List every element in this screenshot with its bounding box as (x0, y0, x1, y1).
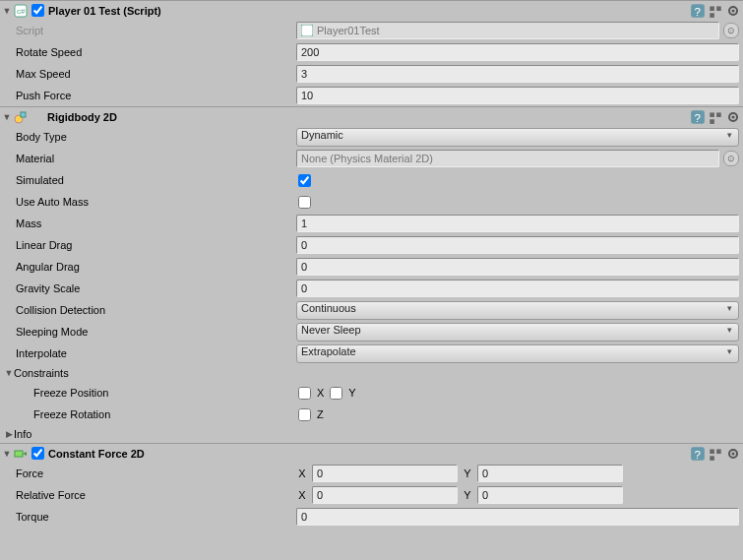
field-label: Script (16, 25, 296, 36)
svg-rect-23 (716, 449, 721, 454)
field-label: Use Auto Mass (16, 196, 296, 208)
constraints-foldout[interactable]: ▼Constraints (0, 364, 743, 382)
axis-label: Y (462, 489, 473, 501)
constant-force-2d-component: ▼ Constant Force 2D ? ForceXY Relative F… (0, 443, 743, 528)
gravity-input[interactable] (296, 280, 739, 297)
mass-input[interactable] (296, 215, 739, 232)
interpolate-select[interactable]: Extrapolate (296, 344, 739, 363)
freeze-y-checkbox[interactable] (330, 387, 342, 400)
collision-select[interactable]: Continuous (296, 301, 739, 320)
svg-rect-11 (21, 112, 26, 117)
help-icon[interactable]: ? (690, 3, 706, 19)
material-field[interactable]: None (Physics Material 2D) (296, 150, 719, 167)
linear-drag-input[interactable] (296, 236, 739, 254)
gear-icon[interactable] (725, 109, 741, 125)
constant-force-icon (14, 447, 28, 461)
field-label: Interpolate (16, 347, 296, 359)
svg-rect-5 (716, 6, 721, 11)
auto-mass-checkbox[interactable] (298, 196, 311, 209)
field-label: Push Force (16, 90, 296, 101)
svg-point-8 (732, 9, 735, 12)
enable-checkbox[interactable] (31, 447, 44, 460)
object-picker-icon[interactable]: ⊙ (723, 151, 739, 166)
component-title: Rigidbody 2D (47, 111, 117, 123)
push-force-row: Push Force (0, 85, 743, 106)
field-label: Max Speed (16, 68, 296, 80)
script-name: Player01Test (317, 25, 380, 36)
freeze-z-checkbox[interactable] (298, 408, 311, 421)
field-label: Force (16, 467, 296, 479)
constraints-label: Constraints (14, 367, 69, 379)
svg-text:?: ? (695, 5, 701, 17)
svg-rect-4 (710, 6, 714, 11)
force-x-input[interactable] (312, 465, 458, 482)
component-title: Player 01 Test (Script) (48, 5, 161, 17)
axis-label: X (296, 467, 308, 479)
svg-point-18 (732, 115, 735, 118)
field-label: Sleeping Mode (16, 326, 296, 338)
axis-label: X (317, 387, 324, 399)
svg-point-26 (732, 452, 735, 455)
axis-label: X (296, 489, 308, 501)
help-icon[interactable]: ? (690, 446, 706, 462)
foldout-icon[interactable]: ▼ (2, 449, 12, 459)
foldout-icon[interactable]: ▼ (4, 368, 14, 378)
field-label: Gravity Scale (16, 282, 296, 294)
axis-label: Z (317, 408, 324, 420)
max-speed-input[interactable] (296, 65, 739, 83)
foldout-icon[interactable]: ▼ (2, 112, 12, 122)
field-label: Mass (16, 218, 296, 229)
foldout-icon[interactable]: ▼ (2, 6, 12, 16)
object-picker-icon[interactable]: ⊙ (723, 23, 739, 38)
svg-rect-16 (710, 119, 714, 124)
component-title: Constant Force 2D (48, 448, 145, 460)
sleeping-select[interactable]: Never Sleep (296, 323, 739, 342)
help-icon[interactable]: ? (690, 109, 706, 125)
csharp-script-icon (301, 25, 313, 36)
svg-rect-14 (710, 112, 714, 117)
field-label: Material (16, 153, 296, 164)
svg-text:?: ? (695, 448, 701, 460)
angular-drag-input[interactable] (296, 258, 739, 276)
component-header[interactable]: ▼ c# Player 01 Test (Script) ? (0, 1, 743, 20)
axis-label: Y (462, 467, 473, 479)
script-field-row: Script Player01Test ⊙ (0, 20, 743, 41)
relforce-x-input[interactable] (312, 486, 458, 504)
foldout-icon[interactable]: ▶ (4, 429, 14, 439)
relforce-y-input[interactable] (477, 486, 623, 504)
field-label: Angular Drag (16, 261, 296, 273)
field-label: Body Type (16, 131, 296, 143)
svg-text:?: ? (695, 111, 701, 123)
gear-icon[interactable] (725, 446, 741, 462)
force-y-input[interactable] (477, 465, 623, 482)
script-component: ▼ c# Player 01 Test (Script) ? Script Pl… (0, 0, 743, 106)
preset-icon[interactable] (708, 109, 723, 125)
field-label: Rotate Speed (16, 46, 296, 58)
push-force-input[interactable] (296, 87, 739, 104)
svg-rect-15 (716, 112, 721, 117)
preset-icon[interactable] (708, 3, 723, 19)
svg-rect-6 (710, 13, 714, 18)
freeze-x-checkbox[interactable] (298, 387, 311, 400)
axis-label: Y (348, 387, 355, 399)
simulated-checkbox[interactable] (298, 174, 311, 187)
field-label: Simulated (16, 174, 296, 186)
svg-rect-24 (710, 456, 714, 461)
svg-rect-19 (15, 451, 23, 457)
enable-checkbox[interactable] (31, 4, 44, 17)
script-object-field[interactable]: Player01Test (296, 22, 719, 39)
svg-rect-9 (301, 25, 313, 36)
svg-text:c#: c# (17, 7, 26, 16)
rigidbody2d-component: ▼ Rigidbody 2D ? Body TypeDynamic Materi… (0, 106, 743, 443)
component-header[interactable]: ▼ Constant Force 2D ? (0, 444, 743, 463)
max-speed-row: Max Speed (0, 63, 743, 85)
info-foldout[interactable]: ▶Info (0, 425, 743, 443)
field-label: Torque (16, 511, 296, 523)
field-label: Freeze Rotation (33, 408, 296, 420)
body-type-select[interactable]: Dynamic (296, 128, 739, 147)
rotate-speed-input[interactable] (296, 43, 739, 61)
torque-input[interactable] (296, 508, 739, 526)
preset-icon[interactable] (708, 446, 723, 462)
component-header[interactable]: ▼ Rigidbody 2D ? (0, 107, 743, 126)
gear-icon[interactable] (725, 3, 741, 19)
